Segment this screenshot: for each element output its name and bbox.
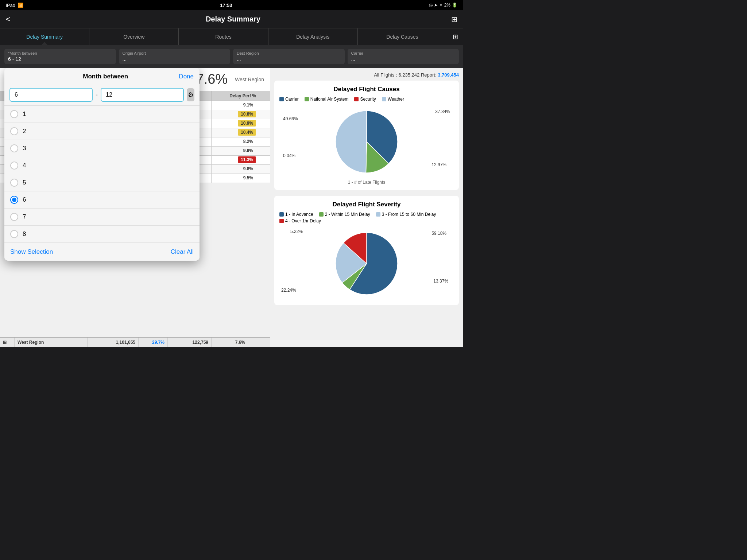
legend-color — [354, 97, 359, 101]
battery-label: 2% — [444, 3, 450, 8]
legend-color — [382, 97, 386, 101]
radio-item-6[interactable]: 6 — [4, 191, 200, 209]
radio-label-5: 5 — [23, 179, 26, 186]
status-right: ◎ ➤ ✦ 2% 🔋 — [429, 3, 457, 8]
filter-month[interactable]: *Month between 6 - 12 — [4, 49, 116, 64]
range-from-input[interactable] — [9, 88, 93, 102]
radio-circle-8 — [10, 230, 18, 238]
legend-item: Security — [354, 97, 376, 102]
legend-item: 2 - Within 15 Min Delay — [319, 212, 370, 217]
gear-button[interactable]: ⚙ — [187, 88, 194, 101]
legend-label: National Air System — [310, 97, 349, 102]
chart1-title: Delayed Flight Causes — [279, 86, 454, 93]
legend-item: 3 - From 15 to 60 Min Delay — [376, 212, 436, 217]
filter-dest-value: ... — [237, 56, 341, 62]
status-left: iPad 📶 — [6, 3, 23, 8]
filter-carrier-label: Carrier — [351, 51, 456, 55]
tab-delay-causes[interactable]: Delay Causes — [358, 28, 447, 45]
legend-color — [319, 212, 324, 217]
radio-label-1: 1 — [23, 110, 26, 118]
filter-month-label: *Month between — [8, 51, 112, 55]
tab-delay-analysis[interactable]: Delay Analysis — [268, 28, 358, 45]
ipad-label: iPad — [6, 3, 15, 8]
radio-item-8[interactable]: 8 — [4, 226, 200, 243]
range-to-input[interactable] — [101, 88, 184, 102]
radio-label-7: 7 — [23, 213, 26, 221]
chart2-pie: 59.18% 5.22% 22.24% 13.37% — [279, 227, 454, 300]
legend-label: Security — [360, 97, 376, 102]
legend-label: Carrier — [285, 97, 299, 102]
show-selection-button[interactable]: Show Selection — [10, 248, 53, 256]
status-bar: iPad 📶 17:53 ◎ ➤ ✦ 2% 🔋 — [0, 0, 463, 10]
chart1-label-security: 0.04% — [283, 153, 295, 158]
popup-overlay: Month between Done - ⚙ 12345678 Show Sel… — [0, 68, 270, 347]
filter-carrier[interactable]: Carrier ... — [348, 49, 459, 64]
month-picker-popup: Month between Done - ⚙ 12345678 Show Sel… — [4, 68, 200, 261]
legend-color — [376, 212, 380, 217]
popup-title: Month between — [32, 73, 179, 80]
legend-item: National Air System — [305, 97, 349, 102]
radio-label-3: 3 — [23, 145, 26, 152]
legend-color — [279, 219, 284, 223]
legend-color — [279, 97, 284, 101]
filter-origin[interactable]: Origin Airport ... — [119, 49, 231, 64]
clear-all-button[interactable]: Clear All — [171, 248, 194, 256]
all-flights-label: All Flights : 6,235,242 — [374, 72, 419, 78]
filter-dest-label: Dest Region — [237, 51, 341, 55]
legend-label: 4 - Over 1hr Delay — [285, 218, 321, 223]
popup-footer: Show Selection Clear All — [4, 243, 200, 261]
bluetooth-icon: ✦ — [439, 3, 443, 8]
battery-icon: 🔋 — [452, 3, 457, 8]
chart1-legend: CarrierNational Air SystemSecurityWeathe… — [279, 97, 454, 102]
nav-title: Delay Summary — [15, 15, 451, 23]
nav-bar: < Delay Summary ⊞ — [0, 10, 463, 28]
right-panel: All Flights : 6,235,242 Report: 3,709,45… — [270, 68, 463, 347]
report-label: Report: — [421, 72, 437, 78]
popup-header: Month between Done — [4, 68, 200, 84]
radio-item-3[interactable]: 3 — [4, 140, 200, 157]
legend-color — [279, 212, 284, 217]
tab-overview[interactable]: Overview — [89, 28, 179, 45]
legend-item: Carrier — [279, 97, 299, 102]
back-button[interactable]: < — [6, 15, 11, 24]
report-value[interactable]: 3,709,454 — [438, 72, 459, 78]
radio-item-7[interactable]: 7 — [4, 209, 200, 226]
more-tabs-button[interactable]: ⊞ — [447, 28, 463, 45]
left-panel: 7.6% West Region Passenger - Miles (M) D… — [0, 68, 270, 347]
legend-item: Weather — [382, 97, 404, 102]
tab-routes[interactable]: Routes — [179, 28, 268, 45]
grid-icon[interactable]: ⊞ — [451, 15, 457, 24]
range-separator: - — [96, 91, 98, 99]
filter-bar: *Month between 6 - 12 Origin Airport ...… — [0, 45, 463, 68]
radio-item-2[interactable]: 2 — [4, 123, 200, 140]
legend-label: 1 - In Advance — [285, 212, 313, 217]
filter-origin-value: ... — [123, 56, 227, 62]
chart2-svg — [330, 227, 403, 300]
chart1-footnote: 1 - # of Late Flights — [279, 180, 454, 185]
chart1-label-weather: 49.66% — [283, 116, 298, 121]
radio-item-1[interactable]: 1 — [4, 106, 200, 123]
chart1-svg — [330, 105, 403, 178]
filter-carrier-value: ... — [351, 56, 456, 62]
chart2-label-3: 22.24% — [281, 288, 296, 293]
chart2-title: Delayed Flight Severity — [279, 201, 454, 208]
chart2-label-1: 59.18% — [431, 231, 446, 236]
radio-item-4[interactable]: 4 — [4, 157, 200, 174]
radio-item-5[interactable]: 5 — [4, 174, 200, 191]
chart1-label-carrier: 37.34% — [435, 109, 450, 114]
location-icon: ◎ — [429, 3, 433, 8]
status-time: 17:53 — [220, 3, 232, 8]
radio-circle-1 — [10, 110, 18, 118]
filter-month-value: 6 - 12 — [8, 56, 112, 62]
main-content: 7.6% West Region Passenger - Miles (M) D… — [0, 68, 463, 347]
radio-label-8: 8 — [23, 230, 26, 238]
popup-done-button[interactable]: Done — [179, 73, 194, 80]
arrow-icon: ➤ — [434, 3, 438, 8]
legend-item: 4 - Over 1hr Delay — [279, 218, 321, 223]
chart1-pie: 37.34% 12.97% 0.04% 49.66% — [279, 105, 454, 178]
tab-delay-summary[interactable]: Delay Summary — [0, 28, 89, 45]
radio-label-6: 6 — [23, 196, 26, 203]
radio-circle-3 — [10, 144, 18, 152]
filter-dest[interactable]: Dest Region ... — [233, 49, 345, 64]
radio-circle-4 — [10, 162, 18, 170]
